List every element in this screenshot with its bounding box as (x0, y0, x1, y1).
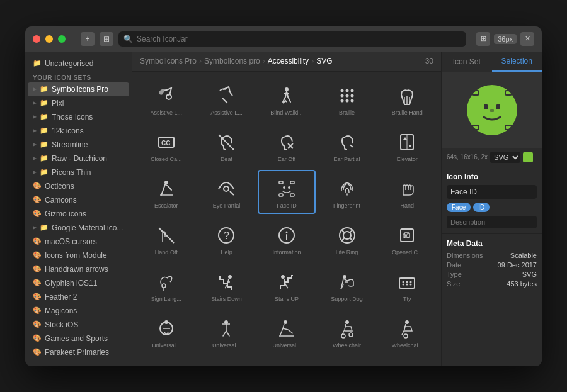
export-button[interactable]: ⊞ (100, 32, 113, 46)
sidebar-item-glyphish[interactable]: 🎨 Glyphish iOS11 (28, 276, 129, 290)
icon-cell-blind-walking[interactable]: Blind Walki... (258, 77, 316, 121)
icon-cell-stairs-up[interactable]: Stairs UP (258, 263, 316, 307)
icon-cell-assistive-2[interactable]: Assistive L... (198, 77, 256, 121)
set-icon: 🎨 (33, 306, 42, 315)
sidebar-item-games-sports[interactable]: 🎨 Games and Sports (28, 332, 129, 345)
maximize-button[interactable] (58, 35, 66, 43)
icon-cell-escalator[interactable]: Escalator (137, 170, 195, 214)
blind-walking-icon (275, 84, 298, 107)
minimize-button[interactable] (45, 35, 53, 43)
sidebar-item-camcons[interactable]: 🎨 Camcons (28, 193, 129, 207)
sidebar-item-label: 12k icons (52, 126, 84, 135)
sidebar-item-magicons[interactable]: 🎨 Magicons (28, 304, 129, 318)
svg-marker-26 (408, 145, 412, 147)
breadcrumb-symbolicons-pro[interactable]: Symbolicons Pro (140, 57, 197, 65)
tag-face[interactable]: Face (447, 203, 471, 212)
search-bar[interactable]: 🔍 (118, 31, 466, 47)
sidebar-item-those-icons[interactable]: ▶ 📁 Those Icons (28, 110, 129, 124)
add-set-button[interactable]: + (81, 32, 94, 46)
icon-cell-fingerprint[interactable]: Fingerprint (318, 170, 376, 214)
breadcrumb-accessibility[interactable]: Accessibility (268, 57, 309, 65)
icon-cell-sign-lang[interactable]: Sign Lang... (137, 263, 195, 307)
tab-selection[interactable]: Selection (492, 52, 542, 72)
sidebar-item-label: macOS cursors (45, 237, 97, 246)
svg-point-62 (406, 281, 408, 283)
icon-cell-wheelchair[interactable]: Wheelchair (318, 310, 376, 354)
description-input[interactable] (447, 216, 537, 228)
breadcrumb-svg[interactable]: SVG (316, 57, 332, 65)
icon-cell-ear-partial[interactable]: Ear Partial (318, 123, 376, 167)
icon-cell-life-ring[interactable]: Life Ring (318, 216, 376, 260)
sidebar-item-icons-from-module[interactable]: 🎨 Icons from Module (28, 249, 129, 262)
sidebar-item-raw-dutchicon[interactable]: ▶ 📁 Raw - Dutchicon (28, 152, 129, 165)
icon-cell-tty[interactable]: Tty (378, 263, 436, 307)
sidebar-item-feather[interactable]: 🎨 Feather 2 (28, 290, 129, 304)
px-badge[interactable]: 36px (494, 34, 517, 44)
sidebar-item-gizmo-icons[interactable]: 🎨 Gizmo icons (28, 207, 129, 221)
grid-view-button[interactable]: ⊞ (476, 32, 490, 46)
icon-cell-assistive-1[interactable]: Assistive L... (137, 77, 195, 121)
svg-point-56 (281, 275, 285, 279)
svg-line-46 (350, 238, 352, 240)
svg-text:CC: CC (161, 140, 170, 147)
sidebar-item-streamline[interactable]: ▶ 📁 Streamline (28, 138, 129, 152)
sidebar-item-octicons[interactable]: 🎨 Octicons (28, 179, 129, 193)
sidebar-item-pixi[interactable]: ▶ 📁 Pixi (28, 96, 129, 110)
sidebar-item-12k[interactable]: ▶ 📁 12k icons (28, 124, 129, 138)
svg-rect-60 (399, 278, 415, 288)
close-button[interactable] (33, 35, 40, 43)
icon-cell-wheelchai[interactable]: Wheelchai... (378, 310, 436, 354)
search-input[interactable] (137, 35, 461, 43)
icon-cell-universal-1[interactable]: Universal... (137, 310, 195, 354)
icon-cell-universal-3[interactable]: Universal... (258, 310, 316, 354)
sidebar-item-label: Gizmo icons (45, 210, 86, 218)
meta-key-dimensions: Dimensions (447, 252, 483, 259)
sidebar-item-google-material[interactable]: ▶ 📁 Google Material ico... (28, 221, 129, 235)
icon-cell-hand-off[interactable]: Hand Off (137, 216, 195, 260)
set-icon: 🎨 (33, 196, 42, 204)
icon-cell-face-id[interactable]: Face ID (258, 170, 316, 214)
braille-hand-icon (396, 84, 418, 107)
icon-info-section: Icon Info Face ID (442, 167, 542, 233)
sidebar-item-parakeet[interactable]: 🎨 Parakeet Primaries (28, 345, 129, 359)
sidebar-item-label: Feather 2 (45, 293, 77, 301)
chevron-icon: ▶ (33, 169, 37, 175)
icon-cell-information[interactable]: Information (258, 216, 316, 260)
icon-cell-closed-ca[interactable]: CC Closed Ca... (137, 123, 195, 167)
sidebar-item-label: Handdrawn arrows (45, 265, 108, 274)
sidebar-item-label: Raw - Dutchicon (52, 154, 107, 163)
icon-cell-elevator[interactable]: Elevator (378, 123, 436, 167)
sidebar-item-picons-thin[interactable]: ▶ 📁 Picons Thin (28, 165, 129, 179)
icon-name-input[interactable] (447, 185, 537, 199)
icon-cell-support-dog[interactable]: Support Dog (318, 263, 376, 307)
sidebar-item-handdrawn-arrows[interactable]: 🎨 Handdrawn arrows (28, 262, 129, 276)
help-icon: ? (215, 224, 238, 247)
tab-icon-set[interactable]: Icon Set (442, 52, 492, 72)
set-icon: 🎨 (33, 348, 42, 357)
sidebar-item-stock-ios[interactable]: 🎨 Stock iOS (28, 318, 129, 332)
icon-cell-opened-c[interactable]: OC Opened C... (378, 216, 436, 260)
breadcrumb-symbolicons-pro2[interactable]: Symbolicons pro (204, 57, 260, 65)
icon-cell-hand[interactable]: Hand (378, 170, 436, 214)
icon-scroll[interactable]: Assistive L... Assistive L... (132, 72, 441, 366)
icon-cell-universal-2[interactable]: Universal... (198, 310, 256, 354)
svg-line-22 (350, 145, 353, 147)
icon-cell-stairs-down[interactable]: Stairs Down (198, 263, 256, 307)
sidebar-item-macos-cursors[interactable]: 🎨 macOS cursors (28, 235, 129, 249)
icon-label: Universal... (272, 342, 301, 349)
sidebar-item-symbolicons-pro[interactable]: ▶ 📁 Symbolicons Pro (28, 82, 129, 96)
icon-cell-braille-hand[interactable]: Braille Hand (378, 77, 436, 121)
color-swatch[interactable] (523, 152, 533, 162)
icon-cell-eye-partial[interactable]: Eye Partial (198, 170, 256, 214)
content-area: 📁 Uncategorised Your Icon Sets ▶ 📁 Symbo… (25, 52, 542, 366)
icon-cell-ear-off[interactable]: Ear Off (258, 123, 316, 167)
icon-cell-help[interactable]: ? Help (198, 216, 256, 260)
sidebar-item-uncategorised[interactable]: 📁 Uncategorised (28, 57, 129, 70)
tag-id[interactable]: ID (473, 203, 490, 212)
icon-cell-braille[interactable]: Braille (318, 77, 376, 121)
settings-button[interactable]: ✕ (520, 32, 534, 46)
universal-2-icon (215, 317, 238, 340)
format-select[interactable]: SVG PNG (490, 152, 520, 163)
assistive-icon-2 (215, 84, 238, 107)
icon-cell-deaf[interactable]: Deaf (198, 123, 256, 167)
